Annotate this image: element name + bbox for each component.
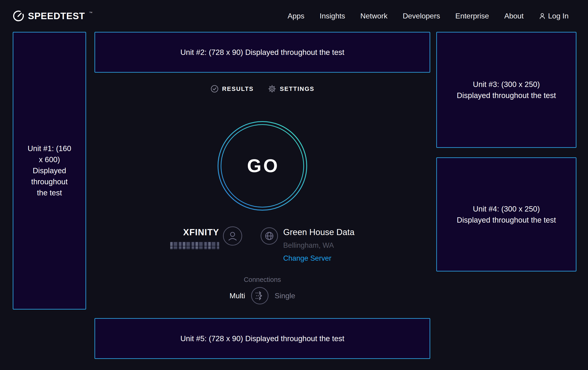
nav-item[interactable]: Network (360, 12, 387, 20)
go-button[interactable]: GO (217, 121, 308, 211)
main-nav: AppsInsightsNetworkDevelopersEnterpriseA… (288, 12, 569, 20)
masked-ip-address (170, 242, 219, 250)
speedtest-page: SPEEDTEST ™ AppsInsightsNetworkDeveloper… (0, 0, 588, 370)
tab-settings-label: SETTINGS (280, 85, 314, 92)
go-label: GO (217, 121, 308, 211)
ad-unit-5-text: Unit #5: (728 x 90) Displayed throughout… (180, 333, 344, 344)
isp-info: XFINITY (170, 228, 219, 250)
isp-name: XFINITY (183, 228, 219, 237)
ad-unit-2[interactable]: Unit #2: (728 x 90) Displayed throughout… (94, 32, 430, 73)
connections-toggle-icon[interactable] (251, 287, 269, 304)
tab-results-label: RESULTS (222, 85, 254, 92)
connections-label: Connections (244, 276, 281, 283)
ad-unit-1[interactable]: Unit #1: (160 x 600) Displayed throughou… (13, 32, 86, 310)
server-location: Bellingham, WA (283, 241, 334, 250)
connection-info-row: XFINITY Green House Data Bellingham, WA … (94, 225, 430, 262)
ad-unit-5[interactable]: Unit #5: (728 x 90) Displayed throughout… (94, 318, 430, 359)
ad-unit-1-text: Unit #1: (160 x 600) Displayed throughou… (25, 143, 74, 198)
nav-item[interactable]: Insights (320, 12, 345, 20)
login-button[interactable]: Log In (539, 12, 569, 20)
gear-icon (268, 85, 276, 93)
user-icon (539, 12, 546, 19)
nav-item[interactable]: Developers (403, 12, 440, 20)
speedtest-logo[interactable]: SPEEDTEST ™ (13, 10, 93, 22)
connections-label-row: Connections (94, 276, 430, 283)
nav-item[interactable]: Apps (288, 12, 304, 20)
server-name: Green House Data (283, 228, 355, 237)
logo-text: SPEEDTEST (28, 11, 85, 21)
tab-results[interactable]: RESULTS (210, 85, 254, 93)
nav-item[interactable]: Enterprise (455, 12, 489, 20)
header: SPEEDTEST ™ AppsInsightsNetworkDeveloper… (0, 0, 588, 32)
server-info: Green House Data Bellingham, WA Change S… (283, 228, 355, 262)
tab-settings[interactable]: SETTINGS (268, 85, 314, 93)
ad-unit-2-text: Unit #2: (728 x 90) Displayed throughout… (180, 47, 344, 58)
gauge-icon (13, 10, 24, 22)
logo-trademark: ™ (89, 11, 93, 15)
server-globe-icon (261, 227, 278, 245)
tabs-row: RESULTS SETTINGS (94, 83, 430, 95)
go-row: GO (94, 121, 430, 211)
connections-single-option[interactable]: Single (275, 291, 295, 300)
login-label: Log In (548, 12, 569, 20)
nav-item[interactable]: About (504, 12, 524, 20)
connections-multi-option[interactable]: Multi (230, 291, 245, 300)
isp-user-icon (223, 226, 242, 246)
nav-items: AppsInsightsNetworkDevelopersEnterpriseA… (288, 12, 524, 20)
change-server-link[interactable]: Change Server (283, 254, 331, 262)
check-circle-icon (210, 85, 219, 93)
ad-unit-4-text: Unit #4: (300 x 250) Displayed throughou… (457, 203, 556, 226)
ad-unit-3[interactable]: Unit #3: (300 x 250) Displayed throughou… (436, 32, 577, 148)
ad-unit-4[interactable]: Unit #4: (300 x 250) Displayed throughou… (436, 157, 577, 271)
ad-unit-3-text: Unit #3: (300 x 250) Displayed throughou… (457, 79, 556, 101)
connections-toggle-row: Multi Single (94, 287, 430, 305)
